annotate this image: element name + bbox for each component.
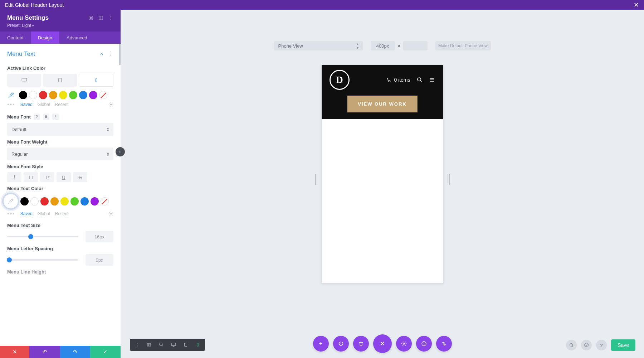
tablet-icon[interactable] <box>43 74 77 87</box>
color-swatch[interactable] <box>50 197 59 205</box>
color-swatch[interactable] <box>40 197 49 205</box>
layers-icon[interactable] <box>581 340 592 350</box>
text-size-input[interactable]: 16px <box>86 231 113 242</box>
kebab-icon[interactable]: ⋮ <box>108 15 113 21</box>
history-button[interactable] <box>416 336 432 352</box>
color-swatch[interactable] <box>91 197 99 205</box>
cancel-button[interactable]: ✕ <box>0 346 29 358</box>
tab-advanced[interactable]: Advanced <box>59 32 94 44</box>
underline-button[interactable]: U <box>57 172 71 182</box>
italic-button[interactable]: I <box>7 172 21 182</box>
color-swatch[interactable] <box>89 91 97 99</box>
uppercase-button[interactable]: TT <box>24 172 38 182</box>
palette-tab-saved[interactable]: Saved <box>20 102 33 107</box>
width-input[interactable]: 400px <box>371 41 395 50</box>
color-swatch[interactable] <box>49 91 57 99</box>
close-button[interactable]: ✕ <box>373 334 392 353</box>
search-icon[interactable] <box>417 77 423 83</box>
color-swatch[interactable] <box>30 197 39 205</box>
power-button[interactable] <box>333 336 349 352</box>
hamburger-icon[interactable] <box>429 77 435 82</box>
phone-preview: D 0 items VIEW OUR WORK <box>322 65 443 283</box>
color-swatch[interactable] <box>60 197 69 205</box>
eyedropper-icon[interactable] <box>7 91 15 99</box>
palette-tab-global[interactable]: Global <box>38 211 50 216</box>
color-swatch[interactable] <box>39 91 47 99</box>
color-swatch-none[interactable] <box>101 197 109 205</box>
phone-icon[interactable] <box>79 74 113 87</box>
color-swatch[interactable] <box>19 91 27 99</box>
resize-handle-icon[interactable]: ↔ <box>116 147 125 156</box>
wireframe-icon[interactable] <box>143 340 155 349</box>
letter-spacing-slider[interactable] <box>7 259 78 261</box>
section-title[interactable]: Menu Text <box>7 50 35 58</box>
help-icon[interactable]: ? <box>596 340 607 350</box>
chevron-up-icon[interactable] <box>99 52 104 56</box>
text-size-slider[interactable] <box>7 236 78 237</box>
save-button[interactable]: Save <box>611 339 635 351</box>
color-swatch[interactable] <box>59 91 67 99</box>
letter-spacing-input[interactable]: 0px <box>86 254 113 266</box>
kebab-icon[interactable]: ⋮ <box>131 340 143 349</box>
resize-handle-right[interactable] <box>448 174 450 185</box>
palette-tab-recent[interactable]: Recent <box>55 211 69 216</box>
palette-tab-saved[interactable]: Saved <box>20 211 33 216</box>
cart-link[interactable]: 0 items <box>386 77 410 83</box>
svg-line-14 <box>420 81 421 82</box>
sort-button[interactable] <box>436 336 452 352</box>
desktop-view-icon[interactable] <box>168 340 179 349</box>
undo-button[interactable]: ↶ <box>29 346 60 358</box>
color-swatch[interactable] <box>80 197 89 205</box>
view-select[interactable]: Phone View ▴▾ <box>274 41 363 50</box>
palette-tab-global[interactable]: Global <box>38 102 50 107</box>
menu-font-select[interactable]: Default ▴▾ <box>7 123 113 136</box>
tab-design[interactable]: Design <box>31 32 59 44</box>
svg-point-13 <box>418 78 421 81</box>
preview-canvas: Phone View ▴▾ 400px ✕ Make Default Phone… <box>121 10 644 358</box>
columns-icon[interactable] <box>98 15 103 20</box>
phone-view-icon[interactable] <box>192 340 204 349</box>
strikethrough-button[interactable]: S <box>73 172 87 182</box>
target-icon[interactable] <box>88 15 93 20</box>
kebab-icon[interactable]: ⋮ <box>52 113 59 120</box>
color-swatch[interactable] <box>20 197 29 205</box>
preset-dropdown[interactable]: Preset: Light <box>7 23 113 28</box>
view-toolbar: ⋮ <box>130 339 205 351</box>
search-icon[interactable] <box>566 340 577 350</box>
zoom-icon[interactable] <box>156 340 167 349</box>
height-input[interactable] <box>403 41 428 50</box>
more-icon[interactable]: ••• <box>7 211 15 217</box>
tab-content[interactable]: Content <box>0 32 31 44</box>
svg-point-8 <box>110 104 112 105</box>
settings-button[interactable] <box>396 336 412 352</box>
gear-icon[interactable] <box>108 211 113 216</box>
eyedropper-icon[interactable] <box>4 194 18 208</box>
phone-icon[interactable] <box>43 113 49 120</box>
add-button[interactable]: + <box>313 336 329 352</box>
more-icon[interactable]: ••• <box>7 101 15 108</box>
confirm-button[interactable]: ✓ <box>90 346 121 358</box>
color-swatch[interactable] <box>69 91 77 99</box>
delete-button[interactable] <box>353 336 369 352</box>
color-swatch[interactable] <box>70 197 79 205</box>
close-icon[interactable]: ✕ <box>634 1 639 9</box>
gear-icon[interactable] <box>108 102 113 107</box>
kebab-icon[interactable]: ⋮ <box>107 50 113 58</box>
resize-handle-left[interactable] <box>315 174 317 185</box>
action-buttons: + ✕ <box>313 336 452 353</box>
tablet-view-icon[interactable] <box>180 340 191 349</box>
desktop-icon[interactable] <box>7 74 41 87</box>
redo-button[interactable]: ↷ <box>60 346 90 358</box>
svg-point-12 <box>390 81 391 82</box>
color-swatch-none[interactable] <box>99 91 107 99</box>
help-icon[interactable]: ? <box>34 113 40 120</box>
color-swatch[interactable] <box>29 91 37 99</box>
color-swatch[interactable] <box>79 91 87 99</box>
capitalize-button[interactable]: TT <box>40 172 54 182</box>
cta-button[interactable]: VIEW OUR WORK <box>347 96 418 112</box>
svg-rect-7 <box>95 79 97 82</box>
palette-tab-recent[interactable]: Recent <box>55 102 69 107</box>
menu-font-weight-select[interactable]: Regular ▴▾ <box>7 147 113 160</box>
make-default-button[interactable]: Make Default Phone View <box>435 41 491 50</box>
logo[interactable]: D <box>330 70 350 90</box>
